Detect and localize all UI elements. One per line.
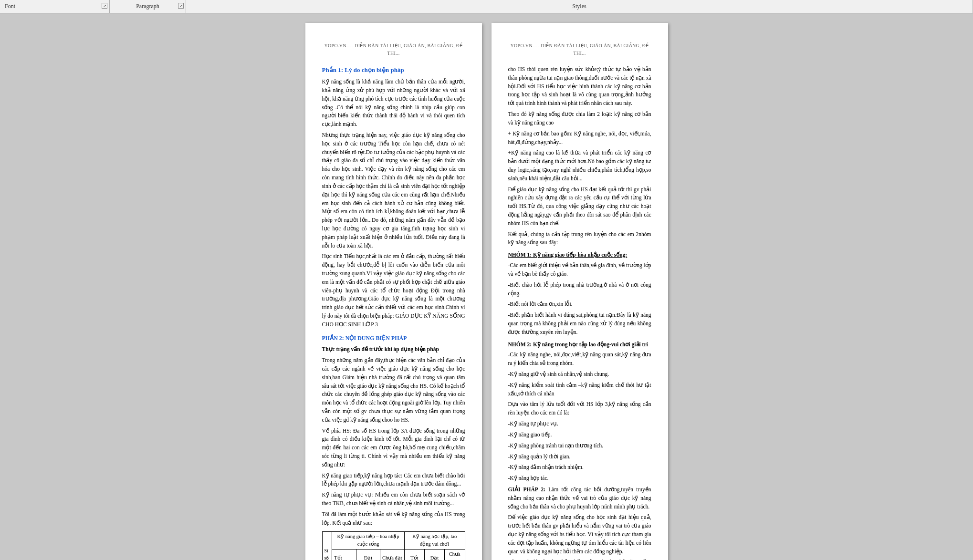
left-p2: Nhưng thực trạng hiện nay, việc giáo dục…	[322, 131, 465, 250]
right-page-header: YOPO.VN---- DIỄN ĐÀN TÀI LIỆU, GIÁO ÁN, …	[508, 42, 651, 57]
nhom2-item-7: -Kỹ năng phòng tránh tai nạn thương tích…	[508, 442, 651, 450]
nhom1-item-3: -Biết nói lời cảm ơn,xin lỗi.	[508, 300, 651, 309]
nhom2-item-5: -Kỹ năng tự phục vụ.	[508, 420, 651, 428]
toolbar: Font ↗ Paragraph ↗ Styles	[0, 0, 973, 13]
right-p8: Bên cạnh đó, tôi còn nhận thấy việc giáo…	[508, 558, 651, 560]
left-p5: Về phía HS: Đa số HS trong lớp 3A được s…	[322, 427, 465, 469]
nhom2-item-1: -Các kỹ năng nghe, nói,đọc,viết,kỹ năng …	[508, 351, 651, 368]
left-page: YOPO.VN---- DIỄN ĐÀN TÀI LIỆU, GIÁO ÁN, …	[305, 23, 482, 560]
right-p1: cho HS thói quen rèn luyện sức khỏe;ý th…	[508, 65, 651, 108]
section1-title: Phần 1: Lý do chọn biện pháp	[322, 65, 465, 75]
table-row: Sĩ số Kỹ năng giao tiếp – hòa nhập cuộc …	[322, 531, 465, 550]
left-p8: Tôi đã làm một bước khảo sát về kỹ năng …	[322, 510, 465, 528]
paragraph-expand-icon[interactable]: ↗	[178, 3, 184, 9]
styles-section: Styles	[186, 0, 973, 13]
nhom1-item-2: -Biết chào hỏi lễ phép trong nhà trường,…	[508, 281, 651, 298]
right-p2: Theo đó kỹ năng sống được chia làm 2 loạ…	[508, 110, 651, 127]
table-row: Tốt Đạt Chưa đạt Tốt Đạt Chưa đạt	[322, 550, 465, 560]
paragraph-section: Paragraph ↗	[110, 0, 186, 13]
nhom2-item-6: -Kỹ năng giao tiếp.	[508, 431, 651, 439]
right-p6: Kết quả, chúng ta cần tập trung rèn luyệ…	[508, 230, 651, 248]
font-section: Font ↗	[0, 0, 110, 13]
left-p1: Kỹ năng sống là khả năng làm chủ bản thâ…	[322, 78, 465, 129]
left-page-header: YOPO.VN---- DIỄN ĐÀN TÀI LIỆU, GIÁO ÁN, …	[322, 42, 465, 57]
skills-table: Sĩ số Kỹ năng giao tiếp – hòa nhập cuộc …	[322, 531, 465, 560]
nhom2-item-8: -Kỹ năng quản lý thời gian.	[508, 453, 651, 461]
styles-label: Styles	[572, 3, 586, 10]
right-p5: Để giáo dục kỹ năng sống cho HS đạt kết …	[508, 186, 651, 228]
right-p3: + Kỹ năng cơ bản bao gồm: Kỹ năng nghe, …	[508, 130, 651, 147]
nhom2-item-3: -Kỹ năng kiểm soát tình cảm –kỹ năng kiề…	[508, 381, 651, 398]
nhom1-title: NHÓM 1: Kỹ năng giao tiếp-hòa nhập cuộc …	[508, 251, 651, 259]
nhom2-item-10: -Kỹ năng hợp tác.	[508, 474, 651, 483]
section2-sub: Thực trạng vấn đề trước khi áp dụng biện…	[322, 345, 465, 354]
nhom2-item-9: -Kỹ năng đảm nhận trách nhiệm.	[508, 463, 651, 472]
right-p4: +Kỹ năng nâng cao là kế thừa và phát tri…	[508, 149, 651, 183]
nhom1-item-4: -Biết phản biết hành vi đúng sai,phòng t…	[508, 311, 651, 336]
font-label: Font	[5, 3, 15, 10]
left-p3: Học sinh Tiểu học,nhất là các em ở đầu c…	[322, 252, 465, 329]
nhom2-item-4: Dựa vào tâm lý lứa tuổi đối với HS lớp 3…	[508, 400, 651, 417]
paragraph-label: Paragraph	[136, 3, 159, 10]
nhom2-title: NHÓM 2: Kỹ năng trong học tập lao động-v…	[508, 341, 651, 349]
right-p7: Để việc giáo dục kỹ năng sống cho học si…	[508, 513, 651, 556]
nhom2-item-2: -Kỹ năng giữ vệ sinh cá nhân,vệ sinh chu…	[508, 370, 651, 379]
section2-title: PHẦN 2: NỘI DUNG BIỆN PHÁP	[322, 334, 465, 343]
right-page: YOPO.VN---- DIỄN ĐÀN TÀI LIỆU, GIÁO ÁN, …	[492, 23, 668, 560]
left-p7: Kỹ năng tự phục vụ: Nhiều em còn chưa bi…	[322, 491, 465, 508]
left-p6: Kỹ năng giao tiếp,kỹ năng hợp tác: Các e…	[322, 472, 465, 489]
main-area: YOPO.VN---- DIỄN ĐÀN TÀI LIỆU, GIÁO ÁN, …	[0, 13, 973, 560]
left-p4: Trong những năm gần đây,thực hiện các vă…	[322, 356, 465, 425]
giaiphap2-label: GIẢI PHÁP 2:	[508, 487, 546, 492]
nhom1-item-1: -Các em biết giới thiệu về bản thân,về g…	[508, 261, 651, 279]
right-giaiphap2: GIẢI PHÁP 2: Làm tốt công tác bồi dưỡng,…	[508, 486, 651, 511]
font-expand-icon[interactable]: ↗	[102, 3, 107, 9]
